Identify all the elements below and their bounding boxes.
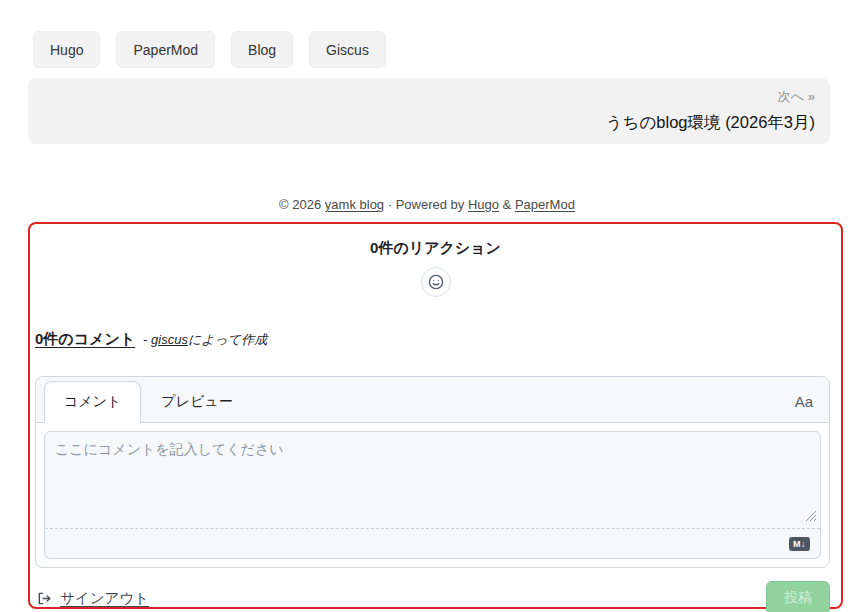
editor-tab-bar: コメント プレビュー Aa — [36, 377, 829, 423]
editor-toolbar: M↓ — [45, 529, 820, 558]
pagination-next-link[interactable]: 次へ » うちのblog環境 (2026年3月) — [28, 78, 830, 144]
pagination-next-title: うちのblog環境 (2026年3月) — [606, 112, 815, 134]
sign-out-icon — [37, 591, 52, 606]
tag-list: Hugo PaperMod Blog Giscus — [33, 31, 386, 68]
copyright-text: © 2026 — [279, 197, 325, 212]
made-with-suffix: によって作成 — [188, 332, 267, 347]
editor-container: ここにコメントを記入してください M↓ — [44, 431, 821, 559]
pagination-next-label: 次へ » — [778, 88, 815, 106]
comments-heading-row: 0件のコメント - giscusによって作成 — [34, 330, 837, 349]
textarea-resize-handle[interactable] — [805, 509, 817, 525]
tab-write[interactable]: コメント — [44, 381, 141, 423]
powered-by-text: · Powered by — [384, 197, 468, 212]
sign-out-label: サインアウト — [60, 589, 149, 608]
comments-count-heading: 0件のコメント — [35, 330, 135, 349]
made-with-dash: - — [143, 332, 151, 347]
markdown-help-icon[interactable]: M↓ — [789, 537, 810, 551]
made-with-giscus: - giscusによって作成 — [143, 331, 267, 349]
reaction-button-row — [34, 267, 837, 297]
hugo-link[interactable]: Hugo — [468, 197, 499, 212]
smiley-icon — [428, 274, 444, 290]
submit-comment-button[interactable]: 投稿 — [766, 581, 830, 612]
comment-form-footer: サインアウト 投稿 — [37, 581, 830, 612]
tab-preview[interactable]: プレビュー — [141, 381, 252, 423]
reactions-heading: 0件のリアクション — [34, 239, 837, 258]
tag-papermod[interactable]: PaperMod — [116, 31, 215, 68]
text-size-toggle[interactable]: Aa — [793, 393, 815, 422]
tag-hugo[interactable]: Hugo — [33, 31, 100, 68]
giscus-widget: 0件のリアクション 0件のコメント - giscusによって作成 コメント プレ… — [28, 222, 843, 609]
site-home-link[interactable]: yamk blog — [325, 197, 384, 212]
giscus-link[interactable]: giscus — [151, 332, 188, 347]
comment-textarea[interactable]: ここにコメントを記入してください — [45, 432, 820, 529]
editor-panel: ここにコメントを記入してください M↓ — [36, 423, 829, 567]
tag-blog[interactable]: Blog — [231, 31, 293, 68]
papermod-link[interactable]: PaperMod — [515, 197, 575, 212]
ampersand-text: & — [499, 197, 515, 212]
site-footer: © 2026 yamk blog · Powered by Hugo & Pap… — [0, 197, 854, 212]
tag-giscus[interactable]: Giscus — [309, 31, 386, 68]
sign-out-link[interactable]: サインアウト — [37, 589, 149, 608]
add-reaction-button[interactable] — [421, 267, 451, 297]
comment-form: コメント プレビュー Aa ここにコメントを記入してください M↓ — [35, 376, 830, 568]
